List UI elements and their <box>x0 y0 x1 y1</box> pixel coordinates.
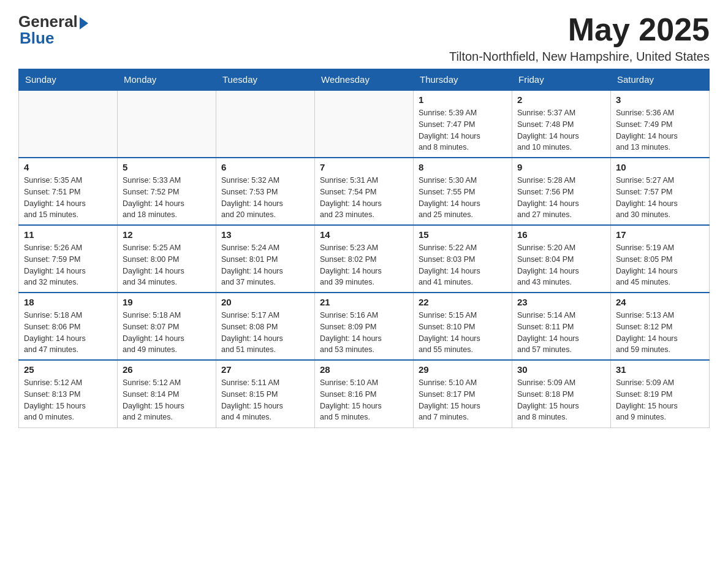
day-info: Sunrise: 5:18 AM Sunset: 8:07 PM Dayligh… <box>123 310 211 356</box>
day-number: 4 <box>24 162 112 172</box>
calendar-cell: 10Sunrise: 5:27 AM Sunset: 7:57 PM Dayli… <box>611 158 710 225</box>
logo-blue-text: Blue <box>20 29 54 48</box>
page-header: General Blue May 2025 Tilton-Northfield,… <box>18 12 710 64</box>
calendar-cell: 8Sunrise: 5:30 AM Sunset: 7:55 PM Daylig… <box>414 158 512 225</box>
calendar-cell: 21Sunrise: 5:16 AM Sunset: 8:09 PM Dayli… <box>315 293 414 360</box>
calendar-cell: 29Sunrise: 5:10 AM Sunset: 8:17 PM Dayli… <box>414 360 512 427</box>
day-info: Sunrise: 5:26 AM Sunset: 7:59 PM Dayligh… <box>24 242 112 288</box>
day-number: 10 <box>616 162 704 172</box>
calendar-week-5: 25Sunrise: 5:12 AM Sunset: 8:13 PM Dayli… <box>19 360 710 427</box>
calendar-body: 1Sunrise: 5:39 AM Sunset: 7:47 PM Daylig… <box>19 90 710 427</box>
location-subtitle: Tilton-Northfield, New Hampshire, United… <box>449 50 710 64</box>
day-number: 14 <box>320 229 408 240</box>
calendar-week-1: 1Sunrise: 5:39 AM Sunset: 7:47 PM Daylig… <box>19 90 710 158</box>
day-info: Sunrise: 5:17 AM Sunset: 8:08 PM Dayligh… <box>221 310 309 356</box>
calendar-cell: 30Sunrise: 5:09 AM Sunset: 8:18 PM Dayli… <box>512 360 611 427</box>
day-info: Sunrise: 5:19 AM Sunset: 8:05 PM Dayligh… <box>616 242 704 288</box>
calendar-cell: 7Sunrise: 5:31 AM Sunset: 7:54 PM Daylig… <box>315 158 414 225</box>
day-info: Sunrise: 5:09 AM Sunset: 8:18 PM Dayligh… <box>517 377 605 423</box>
calendar-cell: 4Sunrise: 5:35 AM Sunset: 7:51 PM Daylig… <box>19 158 118 225</box>
day-info: Sunrise: 5:18 AM Sunset: 8:06 PM Dayligh… <box>24 310 112 356</box>
calendar-cell: 11Sunrise: 5:26 AM Sunset: 7:59 PM Dayli… <box>19 225 118 293</box>
calendar-cell: 5Sunrise: 5:33 AM Sunset: 7:52 PM Daylig… <box>118 158 216 225</box>
column-header-monday: Monday <box>118 69 216 91</box>
calendar-cell: 23Sunrise: 5:14 AM Sunset: 8:11 PM Dayli… <box>512 293 611 360</box>
day-number: 26 <box>123 364 211 375</box>
calendar-cell: 17Sunrise: 5:19 AM Sunset: 8:05 PM Dayli… <box>611 225 710 293</box>
day-info: Sunrise: 5:09 AM Sunset: 8:19 PM Dayligh… <box>616 377 704 423</box>
day-number: 30 <box>517 364 605 375</box>
day-number: 12 <box>123 229 211 240</box>
calendar-cell: 13Sunrise: 5:24 AM Sunset: 8:01 PM Dayli… <box>216 225 315 293</box>
calendar-cell: 12Sunrise: 5:25 AM Sunset: 8:00 PM Dayli… <box>118 225 216 293</box>
day-info: Sunrise: 5:36 AM Sunset: 7:49 PM Dayligh… <box>616 107 704 153</box>
day-info: Sunrise: 5:32 AM Sunset: 7:53 PM Dayligh… <box>221 175 309 221</box>
column-header-tuesday: Tuesday <box>216 69 315 91</box>
day-number: 13 <box>221 229 309 240</box>
calendar-cell <box>315 90 414 158</box>
day-info: Sunrise: 5:33 AM Sunset: 7:52 PM Dayligh… <box>123 175 211 221</box>
day-info: Sunrise: 5:10 AM Sunset: 8:17 PM Dayligh… <box>419 377 507 423</box>
day-number: 5 <box>123 162 211 172</box>
day-number: 18 <box>24 297 112 307</box>
calendar-week-3: 11Sunrise: 5:26 AM Sunset: 7:59 PM Dayli… <box>19 225 710 293</box>
day-number: 3 <box>616 94 704 105</box>
day-info: Sunrise: 5:39 AM Sunset: 7:47 PM Dayligh… <box>419 107 507 153</box>
column-header-thursday: Thursday <box>414 69 512 91</box>
calendar-cell: 20Sunrise: 5:17 AM Sunset: 8:08 PM Dayli… <box>216 293 315 360</box>
month-title: May 2025 <box>449 12 710 47</box>
calendar-cell: 25Sunrise: 5:12 AM Sunset: 8:13 PM Dayli… <box>19 360 118 427</box>
column-header-wednesday: Wednesday <box>315 69 414 91</box>
calendar-cell: 22Sunrise: 5:15 AM Sunset: 8:10 PM Dayli… <box>414 293 512 360</box>
day-info: Sunrise: 5:25 AM Sunset: 8:00 PM Dayligh… <box>123 242 211 288</box>
day-info: Sunrise: 5:30 AM Sunset: 7:55 PM Dayligh… <box>419 175 507 221</box>
day-number: 11 <box>24 229 112 240</box>
calendar-cell: 31Sunrise: 5:09 AM Sunset: 8:19 PM Dayli… <box>611 360 710 427</box>
calendar-cell: 28Sunrise: 5:10 AM Sunset: 8:16 PM Dayli… <box>315 360 414 427</box>
day-info: Sunrise: 5:16 AM Sunset: 8:09 PM Dayligh… <box>320 310 408 356</box>
calendar-cell <box>118 90 216 158</box>
calendar-cell: 9Sunrise: 5:28 AM Sunset: 7:56 PM Daylig… <box>512 158 611 225</box>
day-number: 7 <box>320 162 408 172</box>
day-number: 16 <box>517 229 605 240</box>
day-info: Sunrise: 5:22 AM Sunset: 8:03 PM Dayligh… <box>419 242 507 288</box>
column-header-saturday: Saturday <box>611 69 710 91</box>
day-number: 29 <box>419 364 507 375</box>
day-info: Sunrise: 5:13 AM Sunset: 8:12 PM Dayligh… <box>616 310 704 356</box>
column-header-friday: Friday <box>512 69 611 91</box>
day-number: 21 <box>320 297 408 307</box>
day-info: Sunrise: 5:28 AM Sunset: 7:56 PM Dayligh… <box>517 175 605 221</box>
day-number: 2 <box>517 94 605 105</box>
calendar-cell: 2Sunrise: 5:37 AM Sunset: 7:48 PM Daylig… <box>512 90 611 158</box>
calendar-cell: 14Sunrise: 5:23 AM Sunset: 8:02 PM Dayli… <box>315 225 414 293</box>
day-info: Sunrise: 5:24 AM Sunset: 8:01 PM Dayligh… <box>221 242 309 288</box>
day-info: Sunrise: 5:23 AM Sunset: 8:02 PM Dayligh… <box>320 242 408 288</box>
day-number: 28 <box>320 364 408 375</box>
day-number: 23 <box>517 297 605 307</box>
day-info: Sunrise: 5:37 AM Sunset: 7:48 PM Dayligh… <box>517 107 605 153</box>
calendar-table: SundayMondayTuesdayWednesdayThursdayFrid… <box>18 69 710 428</box>
day-info: Sunrise: 5:14 AM Sunset: 8:11 PM Dayligh… <box>517 310 605 356</box>
day-number: 6 <box>221 162 309 172</box>
day-info: Sunrise: 5:12 AM Sunset: 8:14 PM Dayligh… <box>123 377 211 423</box>
day-info: Sunrise: 5:10 AM Sunset: 8:16 PM Dayligh… <box>320 377 408 423</box>
header-row: SundayMondayTuesdayWednesdayThursdayFrid… <box>19 69 710 91</box>
calendar-cell <box>19 90 118 158</box>
day-info: Sunrise: 5:27 AM Sunset: 7:57 PM Dayligh… <box>616 175 704 221</box>
day-info: Sunrise: 5:20 AM Sunset: 8:04 PM Dayligh… <box>517 242 605 288</box>
calendar-week-4: 18Sunrise: 5:18 AM Sunset: 8:06 PM Dayli… <box>19 293 710 360</box>
calendar-cell: 6Sunrise: 5:32 AM Sunset: 7:53 PM Daylig… <box>216 158 315 225</box>
day-number: 20 <box>221 297 309 307</box>
day-number: 31 <box>616 364 704 375</box>
calendar-cell <box>216 90 315 158</box>
day-number: 9 <box>517 162 605 172</box>
day-number: 17 <box>616 229 704 240</box>
day-info: Sunrise: 5:11 AM Sunset: 8:15 PM Dayligh… <box>221 377 309 423</box>
calendar-week-2: 4Sunrise: 5:35 AM Sunset: 7:51 PM Daylig… <box>19 158 710 225</box>
calendar-cell: 19Sunrise: 5:18 AM Sunset: 8:07 PM Dayli… <box>118 293 216 360</box>
day-info: Sunrise: 5:31 AM Sunset: 7:54 PM Dayligh… <box>320 175 408 221</box>
day-info: Sunrise: 5:12 AM Sunset: 8:13 PM Dayligh… <box>24 377 112 423</box>
day-number: 22 <box>419 297 507 307</box>
calendar-cell: 3Sunrise: 5:36 AM Sunset: 7:49 PM Daylig… <box>611 90 710 158</box>
day-number: 25 <box>24 364 112 375</box>
